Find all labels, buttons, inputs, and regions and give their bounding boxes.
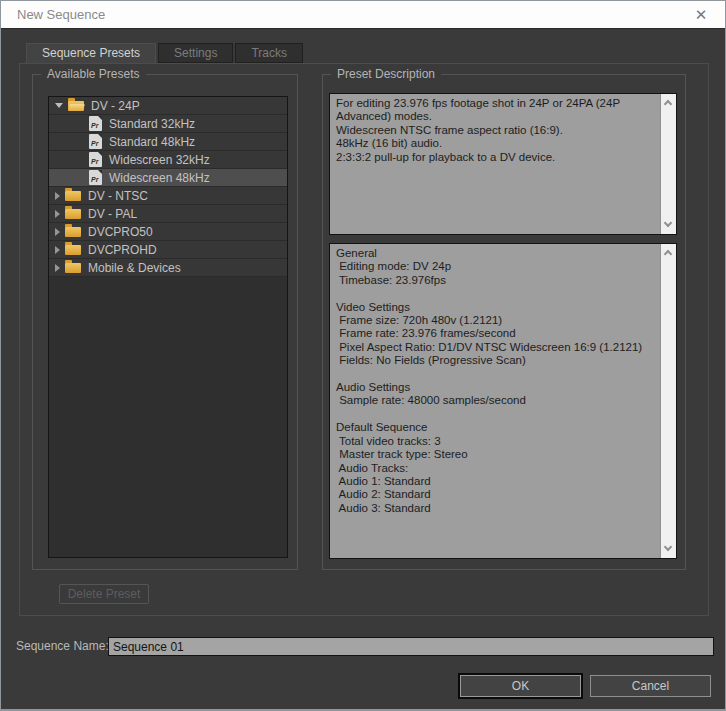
- preset-summary-box: For editing 23.976 fps footage shot in 2…: [329, 93, 677, 235]
- scroll-up-button[interactable]: [661, 96, 676, 110]
- details-scrollbar[interactable]: [660, 244, 676, 558]
- tree-item-widescreen-48khz[interactable]: PrWidescreen 48kHz: [49, 169, 287, 187]
- preset-details-text: General Editing mode: DV 24p Timebase: 2…: [330, 244, 659, 558]
- chevron-up-icon: [664, 250, 672, 258]
- tree-item-label: DVCPROHD: [88, 243, 157, 257]
- chevron-down-icon: [664, 219, 672, 227]
- scroll-down-button[interactable]: [661, 542, 676, 556]
- preset-details-box: General Editing mode: DV 24p Timebase: 2…: [329, 243, 677, 559]
- tab-bar: Sequence Presets Settings Tracks: [26, 43, 305, 63]
- preset-file-icon: Pr: [89, 152, 102, 167]
- expand-triangle-icon[interactable]: [55, 246, 60, 254]
- folder-icon: [68, 101, 84, 111]
- tree-item-widescreen-32khz[interactable]: PrWidescreen 32kHz: [49, 151, 287, 169]
- tree-item-label: DV - NTSC: [88, 189, 148, 203]
- available-presets-group: Available Presets DV - 24PPrStandard 32k…: [32, 74, 298, 570]
- tree-item-label: Standard 48kHz: [109, 135, 195, 149]
- close-icon[interactable]: ✕: [687, 1, 715, 28]
- tree-item-label: Standard 32kHz: [109, 117, 195, 131]
- tree-item-standard-48khz[interactable]: PrStandard 48kHz: [49, 133, 287, 151]
- sequence-name-row: Sequence Name:: [1, 637, 725, 656]
- tree-item-standard-32khz[interactable]: PrStandard 32kHz: [49, 115, 287, 133]
- folder-icon: [65, 227, 81, 237]
- preset-description-label: Preset Description: [331, 67, 441, 81]
- tree-item-label: DVCPRO50: [88, 225, 153, 239]
- delete-preset-button[interactable]: Delete Preset: [59, 584, 149, 604]
- tab-panel: Available Presets DV - 24PPrStandard 32k…: [19, 63, 709, 616]
- tree-item-dv-pal[interactable]: DV - PAL: [49, 205, 287, 223]
- scroll-down-button[interactable]: [661, 218, 676, 232]
- preset-summary-text: For editing 23.976 fps footage shot in 2…: [330, 94, 659, 234]
- folder-icon: [65, 263, 81, 273]
- cancel-button[interactable]: Cancel: [590, 675, 711, 697]
- preset-file-icon: Pr: [89, 116, 102, 131]
- expand-triangle-icon[interactable]: [55, 210, 60, 218]
- sequence-name-label: Sequence Name:: [16, 639, 109, 653]
- tree-item-dv-24p[interactable]: DV - 24P: [49, 97, 287, 115]
- expand-triangle-icon[interactable]: [55, 192, 60, 200]
- tree-item-label: DV - PAL: [88, 207, 137, 221]
- tab-sequence-presets[interactable]: Sequence Presets: [26, 43, 156, 63]
- titlebar: New Sequence ✕: [1, 1, 725, 29]
- expand-triangle-icon[interactable]: [55, 228, 60, 236]
- preset-file-icon: Pr: [89, 170, 102, 185]
- preset-tree: DV - 24PPrStandard 32kHzPrStandard 48kHz…: [48, 96, 288, 558]
- preset-file-icon: Pr: [89, 134, 102, 149]
- new-sequence-dialog: New Sequence ✕ Sequence Presets Settings…: [0, 0, 726, 711]
- folder-icon: [65, 191, 81, 201]
- window-title: New Sequence: [17, 1, 105, 28]
- folder-icon: [65, 209, 81, 219]
- folder-icon: [65, 245, 81, 255]
- tab-settings[interactable]: Settings: [158, 43, 233, 63]
- tree-item-label: Widescreen 32kHz: [109, 153, 210, 167]
- tree-item-dvcprohd[interactable]: DVCPROHD: [49, 241, 287, 259]
- tree-item-dv-ntsc[interactable]: DV - NTSC: [49, 187, 287, 205]
- tree-item-mobile-devices[interactable]: Mobile & Devices: [49, 259, 287, 277]
- collapse-triangle-icon[interactable]: [55, 103, 63, 108]
- chevron-up-icon: [664, 100, 672, 108]
- scroll-up-button[interactable]: [661, 246, 676, 260]
- chevron-down-icon: [664, 543, 672, 551]
- tree-item-label: Widescreen 48kHz: [109, 171, 210, 185]
- ok-button[interactable]: OK: [460, 675, 581, 697]
- summary-scrollbar[interactable]: [660, 94, 676, 234]
- tree-item-label: DV - 24P: [91, 99, 140, 113]
- expand-triangle-icon[interactable]: [55, 264, 60, 272]
- tree-item-label: Mobile & Devices: [88, 261, 181, 275]
- preset-description-group: Preset Description For editing 23.976 fp…: [322, 74, 686, 570]
- sequence-name-input[interactable]: [108, 637, 714, 656]
- tree-item-dvcpro50[interactable]: DVCPRO50: [49, 223, 287, 241]
- available-presets-label: Available Presets: [41, 67, 146, 81]
- tab-tracks[interactable]: Tracks: [235, 43, 303, 63]
